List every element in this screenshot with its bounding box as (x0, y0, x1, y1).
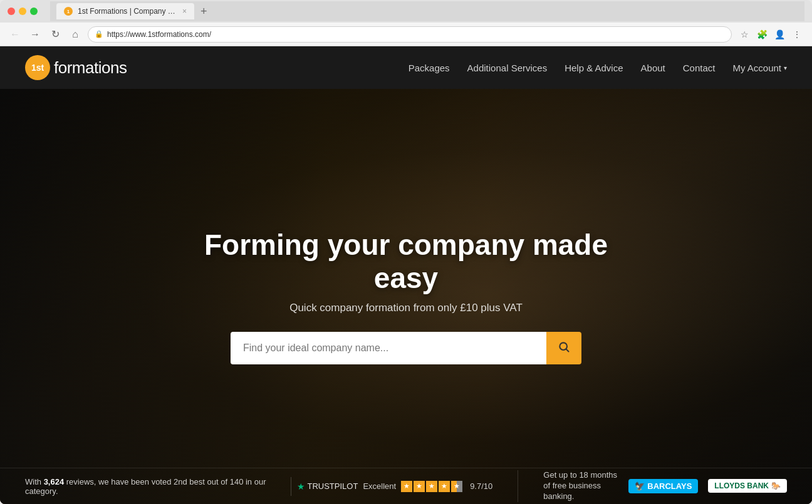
trust-divider (291, 477, 291, 496)
reviews-count: 3,624 (44, 477, 65, 486)
company-search-box (231, 332, 581, 364)
barclays-logo: 🦅 BARCLAYS (628, 479, 698, 493)
menu-button[interactable]: ⋮ (789, 27, 804, 42)
hero-title: Forming your company made easy (187, 229, 625, 295)
new-tab-button[interactable]: + (198, 5, 210, 18)
trust-rating-label: Excellent (363, 481, 396, 491)
trust-bar: With 3,624 reviews, we have been voted 2… (0, 468, 812, 504)
logo-text: formations (54, 58, 127, 78)
browser-window: 1 1st Formations | Company For... × + ← … (0, 0, 812, 504)
banking-offer-text: Get up to 18 months of free business ban… (543, 470, 618, 502)
nav-link-about[interactable]: About (641, 63, 665, 73)
browser-titlebar: 1 1st Formations | Company For... × + (0, 0, 812, 23)
active-tab[interactable]: 1 1st Formations | Company For... × (56, 3, 194, 19)
star-3: ★ (426, 481, 437, 492)
minimize-window-button[interactable] (19, 8, 26, 15)
trustpilot-section: With 3,624 reviews, we have been voted 2… (0, 477, 518, 496)
tab-bar: 1 1st Formations | Company For... × + (50, 1, 804, 21)
trustpilot-label: TRUSTPILOT (307, 481, 358, 491)
svg-line-1 (566, 349, 569, 352)
site-logo[interactable]: 1st formations (25, 55, 127, 80)
nav-link-packages[interactable]: Packages (409, 63, 450, 73)
refresh-button[interactable]: ↻ (48, 27, 63, 42)
trustpilot-logo: ★ TRUSTPILOT (297, 481, 358, 491)
rating-score: 9.7/10 (470, 481, 492, 491)
chevron-down-icon: ▾ (784, 64, 787, 71)
address-url: https://www.1stformations.com/ (107, 30, 725, 39)
nav-links: Packages Additional Services Help & Advi… (409, 63, 787, 73)
toolbar-actions: ☆ 🧩 👤 ⋮ (737, 27, 804, 42)
traffic-lights (8, 8, 38, 15)
browser-toolbar: ← → ↻ ⌂ 🔒 https://www.1stformations.com/… (0, 23, 812, 46)
nav-link-my-account[interactable]: My Account ▾ (732, 63, 787, 73)
star-rating: ★ ★ ★ ★ ★ (401, 481, 462, 492)
nav-link-help-advice[interactable]: Help & Advice (565, 63, 623, 73)
extensions-button[interactable]: 🧩 (754, 27, 769, 42)
banking-section: Get up to 18 months of free business ban… (518, 470, 812, 502)
logo-badge: 1st (25, 55, 50, 80)
hero-section: Forming your company made easy Quick com… (0, 89, 812, 504)
tab-title: 1st Formations | Company For... (78, 7, 177, 16)
hero-content: Forming your company made easy Quick com… (187, 229, 625, 365)
close-window-button[interactable] (8, 8, 15, 15)
lloyds-horse-icon: 🐎 (771, 481, 781, 490)
home-button[interactable]: ⌂ (68, 27, 83, 42)
star-2: ★ (414, 481, 425, 492)
bookmark-button[interactable]: ☆ (737, 27, 752, 42)
nav-link-contact[interactable]: Contact (683, 63, 716, 73)
maximize-window-button[interactable] (30, 8, 38, 15)
tab-close-button[interactable]: × (182, 7, 187, 16)
trust-review-text: With 3,624 reviews, we have been voted 2… (25, 477, 284, 496)
search-button[interactable] (546, 332, 581, 364)
search-icon (558, 341, 570, 356)
hero-subtitle: Quick company formation from only £10 pl… (187, 302, 625, 314)
site-navigation: 1st formations Packages Additional Servi… (0, 46, 812, 89)
address-bar[interactable]: 🔒 https://www.1stformations.com/ (88, 26, 732, 43)
star-1: ★ (401, 481, 412, 492)
back-button[interactable]: ← (8, 27, 23, 42)
tab-favicon: 1 (64, 7, 73, 16)
website-content: 1st formations Packages Additional Servi… (0, 46, 812, 504)
barclays-eagle-icon: 🦅 (635, 481, 645, 491)
lloyds-logo: LLOYDS BANK 🐎 (708, 479, 787, 493)
forward-button[interactable]: → (28, 27, 43, 42)
lock-icon: 🔒 (95, 30, 103, 38)
account-button[interactable]: 👤 (772, 27, 787, 42)
star-5-half: ★ (451, 481, 462, 492)
nav-link-additional-services[interactable]: Additional Services (467, 63, 548, 73)
star-4: ★ (439, 481, 450, 492)
trustpilot-area: ★ TRUSTPILOT Excellent ★ ★ ★ ★ ★ 9.7/10 (297, 481, 492, 492)
trustpilot-star-icon: ★ (297, 481, 305, 491)
company-name-search-input[interactable] (231, 332, 546, 364)
